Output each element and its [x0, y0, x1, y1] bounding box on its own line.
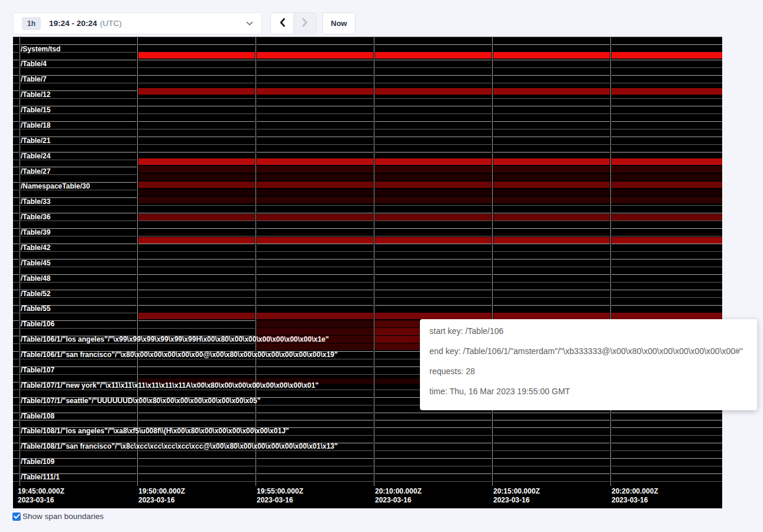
- x-axis-tick: 20:10:00.000Z2023-03-16: [375, 487, 422, 505]
- now-button[interactable]: Now: [322, 12, 355, 34]
- time-window-badge: 1h: [22, 17, 41, 30]
- vertical-gridline: [255, 37, 257, 486]
- span-boundary-gridlines: [13, 37, 722, 486]
- heat-bar[interactable]: [137, 88, 722, 95]
- checkmark-icon: [14, 514, 20, 519]
- heat-bar[interactable]: [137, 237, 722, 244]
- row-label: /Table/7: [21, 75, 47, 84]
- heat-bar[interactable]: [256, 320, 374, 327]
- row-label: /Table/27: [21, 167, 50, 176]
- row-label: /Table/108/1/"san francisco"/"\x8c\xcc\x…: [21, 442, 338, 451]
- heat-bar[interactable]: [374, 343, 420, 350]
- tooltip-end-key: end key: /Table/106/1/"amsterdam"/"\xb33…: [429, 345, 748, 357]
- row-label: /Table/39: [21, 228, 50, 237]
- row-label: /Table/107/1/"seattle"/"UUUUUUD\x00\x80\…: [21, 397, 260, 406]
- row-label: /Table/106: [21, 320, 54, 329]
- key-visualizer-heatmap[interactable]: /System/tsd/Table/4/Table/7/Table/12/Tab…: [13, 37, 722, 508]
- heat-bar[interactable]: [374, 328, 420, 335]
- time-range-selector[interactable]: 1h 19:24 - 20:24 (UTC): [13, 12, 262, 34]
- x-axis-tick: 19:55:00.000Z2023-03-16: [257, 487, 303, 505]
- heat-bar[interactable]: [137, 313, 722, 319]
- row-label: /NamespaceTable/30: [21, 182, 90, 191]
- x-axis-tick: 19:50:00.000Z2023-03-16: [138, 487, 185, 505]
- row-label: /Table/4: [21, 60, 47, 69]
- time-range-timezone: (UTC): [100, 19, 122, 28]
- vertical-gridline: [137, 37, 138, 486]
- row-label: /Table/12: [21, 90, 50, 99]
- chevron-right-icon: [302, 18, 308, 29]
- tooltip-requests: requests: 28: [429, 365, 748, 377]
- tooltip-start-key: start key: /Table/106: [429, 325, 748, 337]
- heat-bar[interactable]: [137, 181, 722, 188]
- row-label: /Table/15: [21, 106, 50, 115]
- row-label: /Table/36: [21, 213, 50, 222]
- heat-bar[interactable]: [137, 52, 722, 59]
- row-label: /Table/107: [21, 366, 54, 375]
- next-range-button[interactable]: [293, 13, 316, 34]
- heat-bar[interactable]: [137, 189, 722, 196]
- row-label: /Table/109: [21, 458, 54, 466]
- show-span-boundaries-checkbox[interactable]: [12, 512, 21, 521]
- prev-range-button[interactable]: [271, 13, 293, 34]
- row-label: /Table/21: [21, 137, 50, 145]
- tooltip-time: time: Thu, 16 Mar 2023 19:55:00 GMT: [429, 385, 748, 397]
- vertical-gridline: [373, 37, 375, 486]
- row-label: /Table/55: [21, 304, 50, 313]
- row-label: /Table/33: [21, 197, 50, 206]
- x-axis-tick: 19:45:00.000Z2023-03-16: [18, 487, 64, 505]
- row-label: /Table/108: [21, 412, 54, 421]
- row-label: /Table/107/1/"new york"/"\x11\x11\x11\x1…: [21, 381, 319, 390]
- time-toolbar: 1h 19:24 - 20:24 (UTC) Now: [13, 12, 355, 34]
- heat-bar[interactable]: [137, 166, 722, 173]
- heat-bar[interactable]: [256, 343, 374, 350]
- vertical-gridline: [610, 37, 612, 486]
- show-span-boundaries-label: Show span boundaries: [22, 512, 104, 521]
- row-label: /Table/108/1/"los angeles"/"\xa8\xf5\u00…: [21, 427, 289, 436]
- heat-bar[interactable]: [137, 158, 722, 165]
- row-label: /Table/45: [21, 259, 50, 268]
- heat-bar[interactable]: [256, 328, 374, 335]
- row-label: /Table/111/1: [21, 473, 60, 482]
- chevron-left-icon: [279, 18, 286, 29]
- row-label: /Table/42: [21, 244, 50, 252]
- row-label: /Table/18: [21, 121, 50, 130]
- range-nav-group: [270, 12, 316, 34]
- heat-bar[interactable]: [137, 197, 722, 203]
- x-axis-tick: 20:20:00.000Z2023-03-16: [612, 487, 658, 505]
- row-label: /System/tsd: [21, 45, 60, 54]
- vertical-gridline: [492, 37, 493, 486]
- row-label: /Table/52: [21, 290, 50, 299]
- time-range-text: 19:24 - 20:24: [49, 19, 97, 28]
- x-axis-tick: 20:15:00.000Z2023-03-16: [493, 487, 540, 505]
- heat-bar[interactable]: [137, 174, 722, 180]
- heat-bar[interactable]: [137, 214, 722, 220]
- hover-tooltip: start key: /Table/106 end key: /Table/10…: [420, 319, 757, 410]
- row-label: /Table/48: [21, 274, 50, 283]
- heatmap-footer: Show span boundaries: [12, 512, 104, 521]
- chevron-down-icon: [246, 21, 253, 26]
- heat-bar[interactable]: [374, 320, 420, 327]
- row-label: /Table/106/1/"los angeles"/"\x99\x99\x99…: [21, 335, 329, 344]
- heat-bar[interactable]: [374, 336, 420, 343]
- row-label: /Table/106/1/"san francisco"/"\x80\x00\x…: [21, 351, 338, 359]
- row-label: /Table/24: [21, 152, 50, 161]
